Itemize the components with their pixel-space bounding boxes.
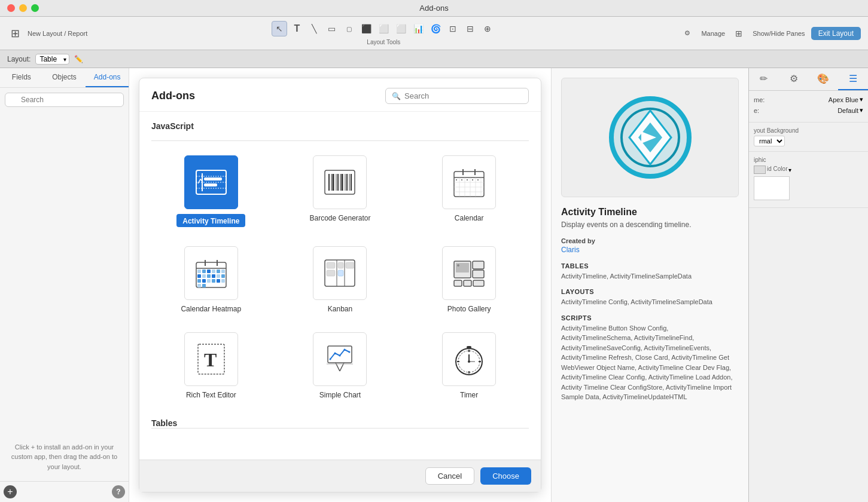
addon-barcode-generator[interactable]: Barcode Generator	[281, 151, 400, 232]
addon-calendar-heatmap[interactable]: Calendar Heatmap	[151, 241, 271, 318]
layout-select-wrap: Table	[35, 53, 69, 65]
text-tool[interactable]: T	[289, 21, 304, 36]
svg-point-34	[472, 179, 473, 180]
maximize-button[interactable]	[31, 4, 39, 12]
addon-calendar-heatmap-label: Calendar Heatmap	[181, 305, 241, 313]
inspector-tab-gear[interactable]: ⚙	[779, 68, 809, 90]
chart-tool[interactable]: 📊	[410, 21, 426, 36]
addon-photo-gallery[interactable]: Photo Gallery	[409, 241, 529, 318]
detail-creator[interactable]: Claris	[561, 246, 739, 254]
svg-rect-64	[327, 270, 335, 276]
choose-button[interactable]: Choose	[480, 467, 531, 485]
exit-layout-button[interactable]: Exit Layout	[811, 27, 861, 40]
svg-rect-67	[346, 262, 354, 268]
manage-button[interactable]: ⚙	[680, 26, 695, 41]
addon-kanban[interactable]: Kanban	[281, 241, 400, 318]
tables-section-title: Tables	[151, 418, 529, 428]
toggle-tool[interactable]: ⬛	[358, 21, 374, 36]
inspector-fill-color[interactable]	[754, 166, 766, 174]
svg-rect-49	[212, 274, 215, 278]
svg-rect-74	[464, 280, 471, 286]
right-detail-panel: Activity Timeline Display events on a de…	[551, 68, 748, 502]
addon-rich-text-editor[interactable]: T Rich Text Editor	[151, 327, 271, 404]
line-tool[interactable]: ╲	[306, 21, 322, 36]
inspector-theme-row: me: Apex Blue ▾	[754, 96, 863, 103]
inspector-theme-value: Apex Blue	[829, 96, 858, 103]
detail-scripts-value: ActivityTimeline Button Show Config, Act…	[561, 323, 739, 402]
tab-fields[interactable]: Fields	[0, 68, 43, 87]
inspector-fill-dropdown[interactable]: ▾	[788, 166, 791, 174]
slide-tool[interactable]: ⊟	[462, 21, 478, 36]
js-section-title: JavaScript	[151, 121, 529, 131]
addon-simple-chart-label: Simple Chart	[319, 391, 361, 399]
sidebar-help-button[interactable]: ?	[112, 485, 125, 498]
button-tool[interactable]: ⬜	[376, 21, 391, 36]
addon-calendar[interactable]: Calendar	[409, 151, 529, 232]
window-controls[interactable]	[7, 4, 39, 12]
zoom-tool[interactable]: ⊕	[480, 21, 495, 36]
show-hide-button[interactable]: ⊞	[731, 26, 747, 41]
close-button[interactable]	[7, 4, 15, 12]
svg-rect-55	[212, 279, 215, 283]
inspector-tab-pen[interactable]: ✏	[749, 68, 779, 90]
tables-divider	[151, 428, 529, 428]
layout-edit-button[interactable]: ✏️	[74, 55, 83, 63]
tab-tool[interactable]: ⬜	[393, 21, 409, 36]
svg-point-35	[477, 179, 479, 180]
svg-point-82	[330, 359, 331, 360]
rect-tool[interactable]: ▭	[324, 21, 339, 36]
rich-text-editor-svg: T	[193, 341, 229, 377]
svg-rect-66	[338, 270, 343, 276]
svg-rect-6	[204, 183, 217, 186]
inspector-tab-paint[interactable]: 🎨	[809, 68, 839, 90]
addon-timer[interactable]: Timer	[409, 327, 529, 404]
addon-calendar-label: Calendar	[455, 214, 484, 222]
addon-activity-timeline[interactable]: Activity Timeline	[151, 151, 271, 232]
addon-barcode-icon	[313, 155, 367, 209]
sidebar-add-button[interactable]: +	[4, 485, 17, 498]
window-title: Add-ons	[419, 4, 448, 13]
addons-body: JavaScript	[139, 112, 541, 460]
svg-rect-58	[197, 284, 201, 287]
detail-created-label: Created by	[561, 237, 739, 244]
layout-select[interactable]: Table	[35, 54, 69, 65]
addon-kanban-label: Kanban	[328, 305, 352, 313]
portal-tool[interactable]: 🌀	[428, 21, 443, 36]
minimize-button[interactable]	[19, 4, 27, 12]
simple-chart-svg	[322, 341, 358, 377]
addon-simple-chart[interactable]: Simple Chart	[281, 327, 400, 404]
new-layout-button[interactable]: ⊞	[7, 26, 23, 41]
inspector-bg-select[interactable]: rmal	[754, 136, 785, 146]
inspector-theme-section: me: Apex Blue ▾ e: Default ▾	[749, 91, 868, 123]
svg-rect-47	[202, 274, 206, 278]
button-bar-tool[interactable]: ⊡	[445, 21, 461, 36]
inspector-variant-select[interactable]: ▾	[860, 106, 863, 114]
calendar-svg	[451, 164, 487, 200]
addon-calendar-heatmap-icon	[184, 246, 238, 300]
main-content: Fields Objects Add-ons Click + to instal…	[0, 68, 868, 502]
sidebar-search-input[interactable]	[5, 93, 124, 107]
detail-layouts-label: LAYOUTS	[561, 288, 739, 295]
sidebar-search-wrap	[5, 93, 124, 107]
rounded-rect-tool[interactable]: ▢	[341, 21, 357, 36]
inspector-variant-row: e: Default ▾	[754, 106, 863, 114]
svg-rect-65	[338, 262, 343, 268]
tab-objects[interactable]: Objects	[43, 68, 86, 87]
main-toolbar: ⊞ New Layout / Report ↖ T ╲ ▭ ▢ ⬛ ⬜ ⬜ 📊 …	[0, 17, 868, 50]
svg-rect-53	[202, 279, 206, 283]
timer-svg	[451, 341, 487, 377]
select-tool[interactable]: ↖	[272, 21, 287, 36]
tab-addons[interactable]: Add-ons	[86, 68, 129, 87]
title-bar: Add-ons	[0, 0, 868, 17]
svg-rect-45	[221, 270, 225, 273]
cancel-button[interactable]: Cancel	[425, 467, 474, 485]
inspector-tab-list[interactable]: ☰	[838, 68, 868, 90]
svg-rect-44	[217, 270, 220, 273]
inspector-theme-select[interactable]: ▾	[860, 96, 863, 103]
svg-rect-46	[197, 274, 201, 278]
addon-kanban-icon	[313, 246, 367, 300]
inspector-graphic-section: iphic id Color ▾	[749, 152, 868, 208]
detail-scripts-label: SCRIPTS	[561, 314, 739, 322]
svg-rect-71	[473, 261, 484, 269]
addons-search-input[interactable]	[404, 91, 522, 100]
